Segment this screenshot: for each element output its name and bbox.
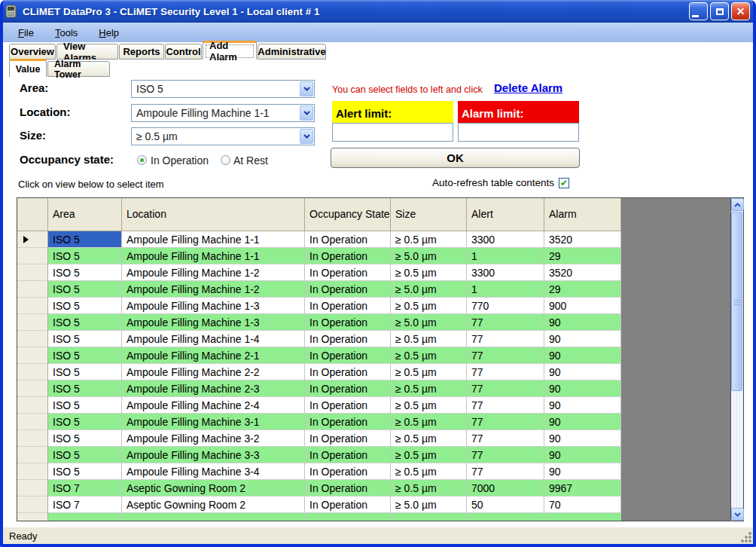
cell-location[interactable]: Ampoule Filling Machine 1-3 — [122, 314, 305, 331]
cell-size[interactable]: ≥ 0.5 µm — [391, 463, 467, 480]
row-selector[interactable] — [17, 397, 48, 414]
cell-alarm[interactable]: 90 — [544, 331, 621, 347]
cell-location[interactable]: Ampoule Filling Machine 3-1 — [122, 414, 305, 430]
cell-alarm[interactable]: 90 — [544, 380, 621, 397]
cell-size[interactable]: ≥ 0.5 µm — [391, 364, 467, 380]
row-selector[interactable] — [17, 281, 48, 298]
cell-occupancy[interactable]: In Operation — [305, 380, 391, 397]
cell-occupancy[interactable]: In Operation — [305, 397, 391, 414]
row-selector[interactable] — [17, 347, 48, 364]
cell-alert[interactable]: 77 — [467, 414, 544, 430]
header-occupancy-state[interactable]: Occupancy State — [305, 198, 391, 231]
row-selector[interactable] — [17, 380, 48, 397]
table-row[interactable]: ISO 5Ampoule Filling Machine 3-4In Opera… — [17, 463, 621, 480]
radio-at-rest-label[interactable]: At Rest — [233, 154, 268, 167]
cell-location[interactable]: Ampoule Filling Machine 3-2 — [122, 430, 305, 447]
scrollbar-track[interactable] — [731, 211, 743, 508]
cell-alert[interactable]: 3300 — [467, 264, 544, 281]
cell-location[interactable]: Ampoule Filling Machine 2-3 — [122, 380, 305, 397]
cell-area[interactable]: ISO 5 — [48, 463, 122, 480]
cell-occupancy[interactable]: In Operation — [305, 331, 391, 347]
cell-location[interactable]: Aseptic Gowning Room 2 — [122, 480, 305, 497]
cell-size[interactable]: ≥ 0.5 µm — [391, 414, 467, 430]
cell-area[interactable]: ISO 5 — [48, 248, 122, 264]
cell-alarm[interactable]: 3520 — [544, 264, 621, 281]
cell-alarm[interactable]: 90 — [544, 463, 621, 480]
cell-alarm[interactable]: 90 — [544, 430, 621, 447]
cell-occupancy[interactable]: In Operation — [305, 414, 391, 430]
cell-alarm[interactable]: 3520 — [544, 231, 621, 248]
tab-view-alarms[interactable]: View Alarms — [56, 44, 118, 60]
cell-alarm[interactable]: 29 — [544, 248, 621, 264]
cell-location[interactable]: Ampoule Filling Machine 1-2 — [122, 264, 305, 281]
cell-area[interactable]: ISO 5 — [48, 364, 122, 380]
cell-occupancy[interactable]: In Operation — [305, 347, 391, 364]
header-size[interactable]: Size — [391, 198, 467, 231]
ok-button[interactable]: OK — [331, 148, 580, 168]
cell-occupancy[interactable]: In Operation — [305, 364, 391, 380]
cell-occupancy[interactable]: In Operation — [305, 264, 391, 281]
cell-size[interactable]: ≥ 0.5 µm — [391, 298, 467, 314]
cell-size[interactable]: ≥ 0.5 µm — [391, 397, 467, 414]
cell-area[interactable]: ISO 5 — [48, 447, 122, 463]
cell-size[interactable]: ≥ 0.5 µm — [391, 430, 467, 447]
cell-location[interactable] — [122, 513, 305, 521]
cell-area[interactable]: ISO 7 — [48, 480, 122, 497]
table-row[interactable]: ISO 5Ampoule Filling Machine 2-1In Opera… — [17, 347, 621, 364]
cell-size[interactable]: ≥ 0.5 µm — [391, 331, 467, 347]
cell-alert[interactable]: 3300 — [467, 231, 544, 248]
cell-alert[interactable]: 7000 — [467, 480, 544, 497]
cell-size[interactable]: ≥ 5.0 µm — [391, 497, 467, 513]
cell-alarm[interactable]: 29 — [544, 281, 621, 298]
scrollbar-thumb[interactable] — [731, 212, 742, 391]
radio-in-operation-label[interactable]: In Operation — [151, 154, 209, 167]
cell-alarm[interactable]: 90 — [544, 414, 621, 430]
cell-occupancy[interactable]: In Operation — [305, 298, 391, 314]
cell-alarm[interactable]: 90 — [544, 364, 621, 380]
table-row[interactable]: ISO 5Ampoule Filling Machine 2-3In Opera… — [17, 380, 621, 397]
menu-help[interactable]: Help — [91, 24, 127, 41]
cell-alarm[interactable]: 90 — [544, 397, 621, 414]
header-location[interactable]: Location — [122, 198, 305, 231]
table-row[interactable]: ISO 5Ampoule Filling Machine 2-4In Opera… — [17, 397, 621, 414]
cell-area[interactable]: ISO 5 — [48, 331, 122, 347]
cell-area[interactable]: ISO 5 — [48, 430, 122, 447]
radio-in-operation[interactable] — [137, 155, 147, 165]
row-selector[interactable] — [17, 364, 48, 380]
row-selector[interactable] — [17, 414, 48, 430]
cell-alert[interactable]: 77 — [467, 430, 544, 447]
cell-location[interactable]: Aseptic Gowning Room 2 — [122, 497, 305, 513]
table-row[interactable]: ISO 5Ampoule Filling Machine 1-1In Opera… — [17, 248, 621, 264]
cell-occupancy[interactable]: In Operation — [305, 430, 391, 447]
table-row[interactable]: ISO 5Ampoule Filling Machine 1-3In Opera… — [17, 298, 621, 314]
cell-area[interactable]: ISO 7 — [48, 497, 122, 513]
row-selector[interactable] — [17, 480, 48, 497]
cell-alert[interactable]: 77 — [467, 463, 544, 480]
table-row[interactable]: ISO 5Ampoule Filling Machine 3-1In Opera… — [17, 414, 621, 430]
row-selector[interactable] — [17, 447, 48, 463]
cell-occupancy[interactable]: In Operation — [305, 463, 391, 480]
table-row[interactable]: ISO 5Ampoule Filling Machine 1-2In Opera… — [17, 281, 621, 298]
cell-location[interactable]: Ampoule Filling Machine 3-3 — [122, 447, 305, 463]
cell-area[interactable]: ISO 5 — [48, 281, 122, 298]
cell-alert[interactable] — [467, 513, 544, 521]
maximize-button[interactable] — [710, 2, 729, 20]
cell-occupancy[interactable]: In Operation — [305, 248, 391, 264]
table-row[interactable]: ISO 7Aseptic Gowning Room 2In Operation≥… — [17, 480, 621, 497]
tab-overview[interactable]: Overview — [9, 44, 56, 60]
cell-size[interactable]: ≥ 5.0 µm — [391, 248, 467, 264]
cell-alert[interactable]: 77 — [467, 447, 544, 463]
cell-size[interactable]: ≥ 5.0 µm — [391, 314, 467, 331]
cell-alarm[interactable]: 90 — [544, 314, 621, 331]
menu-file[interactable]: File — [11, 24, 41, 41]
cell-alert[interactable]: 1 — [467, 281, 544, 298]
cell-alert[interactable]: 50 — [467, 497, 544, 513]
table-row[interactable]: ISO 5Ampoule Filling Machine 3-3In Opera… — [17, 447, 621, 463]
cell-area[interactable] — [48, 513, 122, 521]
table-row[interactable]: ISO 5Ampoule Filling Machine 1-2In Opera… — [17, 264, 621, 281]
cell-area[interactable]: ISO 5 — [48, 397, 122, 414]
cell-occupancy[interactable]: In Operation — [305, 314, 391, 331]
cell-size[interactable]: ≥ 0.5 µm — [391, 447, 467, 463]
menu-tools[interactable]: Tools — [47, 24, 85, 41]
tab-add-alarm[interactable]: Add Alarm — [203, 41, 257, 60]
